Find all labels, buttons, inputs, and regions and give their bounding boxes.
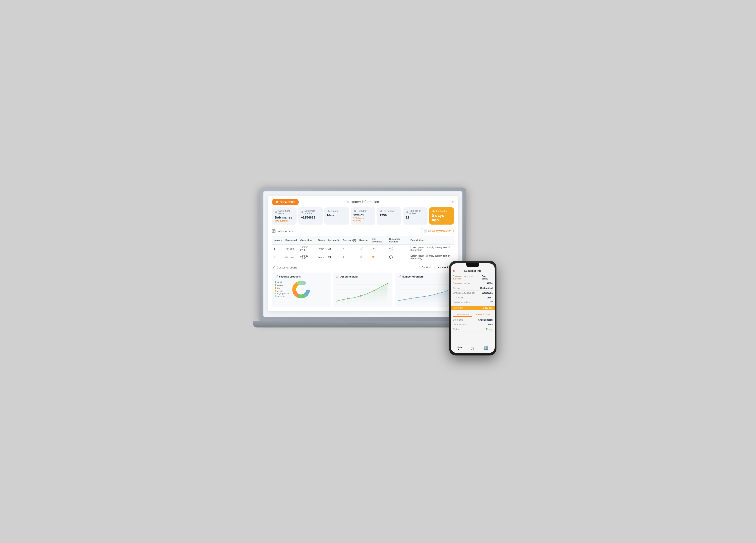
info-card-orders-label: Number of orders: [406, 210, 425, 215]
phone-id-value: 15687: [487, 296, 493, 299]
cell-opinion[interactable]: 💬: [387, 245, 409, 253]
reorder-icon2: 🛒: [359, 256, 363, 259]
svg-point-22: [336, 300, 337, 302]
nav-info-icon[interactable]: ℹ️: [484, 346, 488, 350]
charts-grid: 📈 Favorite products اسنک نوشابه دوغ چیپس…: [272, 272, 454, 307]
info-card-last-order-label: Last order: [432, 210, 451, 213]
donut-container: اسنک نوشابه دوغ چیپس جنب مرغ کرده آب معد…: [275, 280, 328, 299]
phone-row-id: ID number 15687: [453, 295, 493, 300]
person-icon3: [327, 210, 330, 213]
reorder-icon: 🛒: [359, 247, 363, 251]
orders-table: Invoice Personnel Order time Status Inco…: [272, 236, 454, 262]
svg-point-25: [373, 290, 375, 291]
phone-gender-label: Gender: [453, 287, 460, 289]
cell-order-time: 12/8/23 - 22:45: [299, 253, 316, 262]
person-icon7: [432, 210, 435, 213]
legend-item: نوشابه: [275, 284, 289, 286]
svg-point-26: [387, 283, 388, 284]
chart-icon3: 📈: [398, 275, 401, 278]
nav-chat-icon[interactable]: 💬: [457, 346, 462, 350]
cell-reorder[interactable]: 🛒: [358, 253, 370, 262]
col-status: Status: [316, 236, 327, 245]
tab-transaction-lists[interactable]: Transaction lists: [473, 312, 493, 317]
phone-row-orders: Number of orders 17: [453, 300, 493, 305]
cell-personnel: Jon doe: [284, 245, 299, 253]
cell-see-products[interactable]: 👁: [370, 245, 387, 253]
laptop: 🛍 Open wallet customer information × Cus…: [260, 188, 466, 342]
cell-status: Ready: [316, 253, 327, 262]
person-icon6: [406, 211, 409, 214]
show-payments-button[interactable]: 🧾 Show payments list: [421, 228, 454, 234]
open-wallet-label: Open wallet: [280, 201, 295, 204]
charts-icon: [272, 266, 275, 269]
col-income: Income($): [327, 236, 341, 245]
chart-amounts-title: 📈 Amounts paid: [336, 275, 390, 278]
tab-transaction-label: Transaction lists: [476, 313, 490, 315]
col-invoice: Invoice: [272, 236, 284, 245]
cell-discount: 4: [341, 253, 358, 262]
info-card-number: Customer number +1254689: [298, 207, 323, 225]
info-card-last-order: Last order 5 days ago: [429, 207, 454, 225]
eye-icon: 👁: [372, 247, 375, 251]
phone-order-amount: Order amount 125$: [453, 322, 493, 327]
col-personnel: Personnel: [284, 236, 299, 245]
phone-status-label: Status: [453, 328, 459, 330]
info-card-name-label: Customer's name: [275, 210, 294, 215]
customer-number-value: +1254689: [301, 216, 320, 219]
col-discount: Discount($): [341, 236, 358, 245]
phone-id-label: ID number: [453, 296, 463, 299]
table-row: 1 Jon doe 12/8/23 - 22:45 Ready 24 4 🛒 👁…: [272, 245, 454, 253]
last-order-value: 5 days ago: [432, 213, 451, 223]
phone-birthdate-value: 02/05/2001: [482, 292, 493, 294]
phone-tabs: Recent orders Transaction lists: [453, 312, 493, 317]
col-description: Description: [409, 236, 454, 245]
charts-label: Customer charts: [277, 266, 297, 269]
svg-point-4: [381, 210, 382, 211]
close-button[interactable]: ×: [451, 200, 454, 205]
phone-screen: ⊗ Customer info Customer name (New custo…: [451, 263, 495, 353]
cell-see-products[interactable]: 👁: [370, 253, 387, 262]
info-card-gender: Gender Male: [324, 207, 349, 225]
svg-point-31: [398, 300, 398, 301]
cell-opinion[interactable]: 💬: [387, 253, 409, 262]
svg-point-2: [328, 210, 329, 211]
phone: ⊗ Customer info Customer name (New custo…: [449, 261, 496, 355]
cell-order-time: 12/8/23 - 22:45: [299, 245, 316, 253]
open-wallet-button[interactable]: 🛍 Open wallet: [272, 199, 299, 206]
legend-item: اسنک: [275, 281, 289, 283]
phone-orders-value: 17: [490, 301, 493, 303]
customer-name-sub: New customer: [275, 220, 294, 222]
latest-orders-label: Latest orders: [277, 230, 293, 233]
tab-recent-orders[interactable]: Recent orders: [453, 312, 472, 317]
svg-point-6: [433, 210, 434, 211]
info-cards: Customer's name Bob marley New customer …: [272, 207, 454, 225]
phone-close-button[interactable]: ⊗: [453, 269, 456, 272]
phone-orders-label: Number of orders: [453, 301, 470, 303]
modal-title: customer information: [347, 200, 379, 204]
num-orders-chart: [398, 280, 451, 303]
latest-orders-header: Latest orders 🧾 Show payments list: [272, 228, 454, 234]
nav-cart-icon[interactable]: 🛒: [471, 346, 475, 350]
eye-icon2: 👁: [372, 256, 375, 259]
cell-personnel: Jon doe: [284, 253, 299, 262]
cell-income: 24: [327, 253, 341, 262]
person-icon5: [380, 210, 383, 213]
info-card-number-label: Customer number: [301, 210, 320, 215]
gender-value: Male: [327, 213, 346, 217]
table-header-row: Invoice Personnel Order time Status Inco…: [272, 236, 454, 245]
table-row: 2 Jon doe 12/8/23 - 22:45 Ready 24 4 🛒 👁…: [272, 253, 454, 262]
info-card-id-label: ID number: [380, 210, 399, 213]
person-icon: [275, 211, 277, 214]
phone-name-label: Customer name (New customer): [453, 275, 482, 280]
col-order-time: Order time: [299, 236, 316, 245]
cell-reorder[interactable]: 🛒: [358, 245, 370, 253]
cell-status: Ready: [316, 245, 327, 253]
phone-order-amount-label: Order amount: [453, 323, 466, 326]
phone-status-value: Ready: [486, 328, 493, 330]
col-opinion: Customer opinion: [387, 236, 409, 245]
phone-order-time-value: Snack special: [478, 319, 493, 321]
phone-header: ⊗ Customer info: [453, 270, 493, 272]
latest-orders-title: Latest orders: [272, 229, 293, 233]
orders-icon: [272, 229, 275, 233]
phone-notch: [466, 263, 479, 267]
